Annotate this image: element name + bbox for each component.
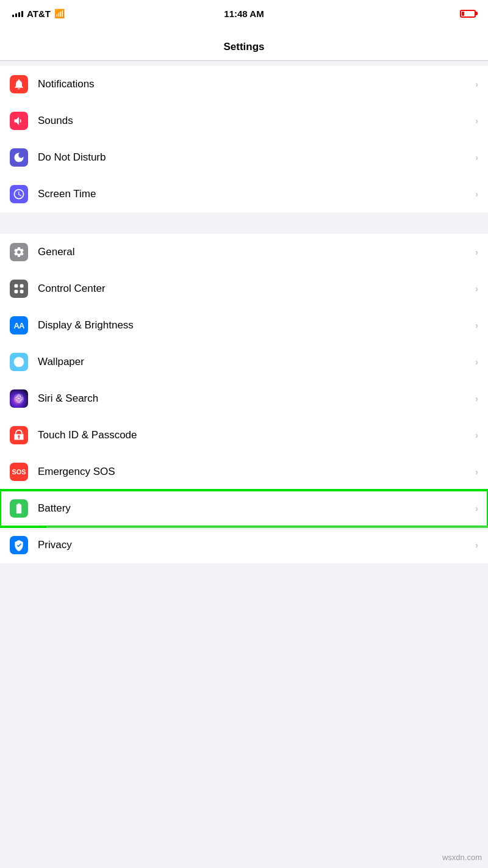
page-title: Settings xyxy=(223,41,264,53)
notifications-icon xyxy=(10,75,28,93)
sounds-chevron: › xyxy=(475,116,478,126)
screentime-icon xyxy=(10,185,28,203)
settings-row-siri[interactable]: Siri & Search › xyxy=(0,380,488,417)
battery-chevron: › xyxy=(475,504,478,513)
wallpaper-svg xyxy=(13,356,25,368)
general-svg xyxy=(13,246,25,258)
settings-row-notifications[interactable]: Notifications › xyxy=(0,66,488,103)
settings-row-screentime[interactable]: Screen Time › xyxy=(0,176,488,212)
bottom-padding xyxy=(0,563,488,588)
settings-row-emergencysos[interactable]: SOS Emergency SOS › xyxy=(0,454,488,490)
settings-group-2: General › Control Center › AA Display & … xyxy=(0,234,488,563)
display-chevron: › xyxy=(475,320,478,330)
battery-icon xyxy=(10,499,28,518)
watermark-text: wsxdn.com xyxy=(442,853,482,862)
status-time: 11:48 AM xyxy=(224,9,264,19)
general-label: General xyxy=(38,246,475,258)
nav-header: Settings xyxy=(0,27,488,61)
display-label: Display & Brightness xyxy=(38,319,475,331)
settings-group-1: Notifications › Sounds › Do Not Disturb … xyxy=(0,66,488,212)
donotdisturb-svg xyxy=(13,151,25,164)
privacy-chevron: › xyxy=(475,540,478,550)
siri-label: Siri & Search xyxy=(38,392,475,405)
donotdisturb-chevron: › xyxy=(475,153,478,162)
settings-row-donotdisturb[interactable]: Do Not Disturb › xyxy=(0,139,488,176)
svg-point-3 xyxy=(18,397,20,399)
wallpaper-icon xyxy=(10,353,28,371)
sounds-svg xyxy=(13,115,25,127)
controlcenter-svg xyxy=(13,283,25,295)
sos-text: SOS xyxy=(12,468,26,476)
controlcenter-icon xyxy=(10,280,28,298)
wifi-icon: 📶 xyxy=(54,9,65,18)
donotdisturb-label: Do Not Disturb xyxy=(38,151,475,164)
carrier-label: AT&T xyxy=(27,9,51,19)
touchid-icon xyxy=(10,426,28,444)
signal-bar-1 xyxy=(12,15,14,17)
signal-bar-4 xyxy=(21,11,23,17)
screentime-label: Screen Time xyxy=(38,188,475,200)
controlcenter-label: Control Center xyxy=(38,283,475,295)
settings-row-general[interactable]: General › xyxy=(0,234,488,270)
wallpaper-chevron: › xyxy=(475,357,478,367)
sounds-label: Sounds xyxy=(38,115,475,127)
svg-point-0 xyxy=(18,361,21,364)
controlcenter-chevron: › xyxy=(475,284,478,294)
battery-status-icon xyxy=(460,10,476,18)
display-icon: AA xyxy=(10,316,28,335)
screentime-svg xyxy=(13,188,25,200)
settings-row-wallpaper[interactable]: Wallpaper › xyxy=(0,344,488,380)
wallpaper-label: Wallpaper xyxy=(38,356,475,368)
signal-bars-icon xyxy=(12,10,23,17)
emergencysos-icon: SOS xyxy=(10,463,28,481)
status-right xyxy=(460,10,476,18)
privacy-svg xyxy=(13,539,25,551)
emergencysos-chevron: › xyxy=(475,467,478,477)
settings-row-battery[interactable]: Battery › xyxy=(0,490,488,527)
screentime-chevron: › xyxy=(475,189,478,199)
battery-fill xyxy=(462,12,464,16)
settings-row-controlcenter[interactable]: Control Center › xyxy=(0,270,488,307)
siri-chevron: › xyxy=(475,394,478,403)
signal-bar-3 xyxy=(18,12,20,17)
notifications-label: Notifications xyxy=(38,78,475,90)
settings-row-touchid[interactable]: Touch ID & Passcode › xyxy=(0,417,488,454)
touchid-label: Touch ID & Passcode xyxy=(38,429,475,441)
donotdisturb-icon xyxy=(10,148,28,167)
status-bar: AT&T 📶 11:48 AM xyxy=(0,0,488,27)
notifications-svg xyxy=(13,78,25,90)
top-separator xyxy=(0,61,488,66)
display-aa-text: AA xyxy=(14,321,24,330)
privacy-label: Privacy xyxy=(38,539,475,551)
settings-row-sounds[interactable]: Sounds › xyxy=(0,103,488,139)
general-icon xyxy=(10,243,28,261)
watermark: wsxdn.com xyxy=(442,853,482,862)
touchid-chevron: › xyxy=(475,430,478,440)
status-left: AT&T 📶 xyxy=(12,9,65,19)
signal-bar-2 xyxy=(15,13,17,17)
battery-label: Battery xyxy=(38,502,475,515)
siri-svg xyxy=(13,392,25,405)
settings-row-privacy[interactable]: Privacy › xyxy=(0,527,488,563)
touchid-svg xyxy=(13,429,25,441)
battery-svg xyxy=(13,502,25,515)
siri-icon xyxy=(10,389,28,408)
settings-row-display[interactable]: AA Display & Brightness › xyxy=(0,307,488,344)
privacy-icon xyxy=(10,536,28,554)
section-separator-1 xyxy=(0,212,488,234)
notifications-chevron: › xyxy=(475,79,478,89)
general-chevron: › xyxy=(475,247,478,257)
sounds-icon xyxy=(10,112,28,130)
emergencysos-label: Emergency SOS xyxy=(38,466,475,478)
